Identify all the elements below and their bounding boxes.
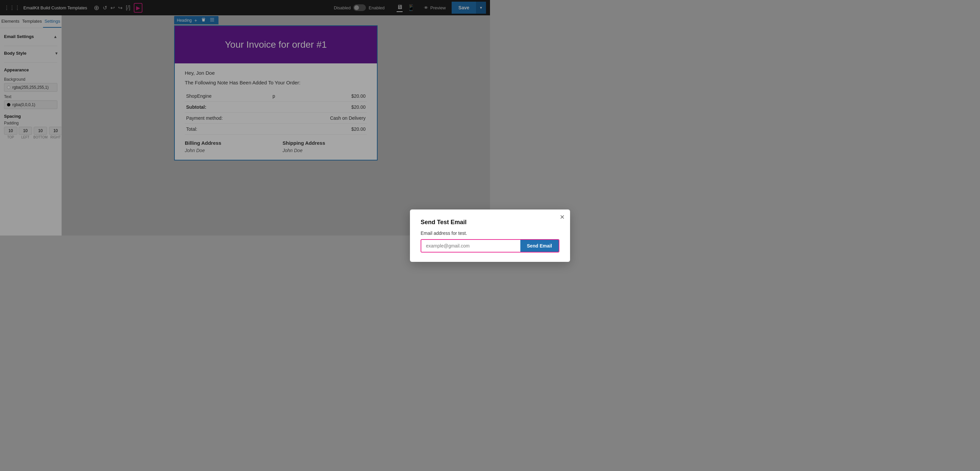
send-test-email-modal: ✕ Send Test Email Email address for test… <box>410 210 490 236</box>
modal-title: Send Test Email <box>421 219 490 226</box>
modal-label: Email address for test. <box>421 231 490 236</box>
modal-overlay[interactable]: ✕ Send Test Email Email address for test… <box>0 0 490 236</box>
